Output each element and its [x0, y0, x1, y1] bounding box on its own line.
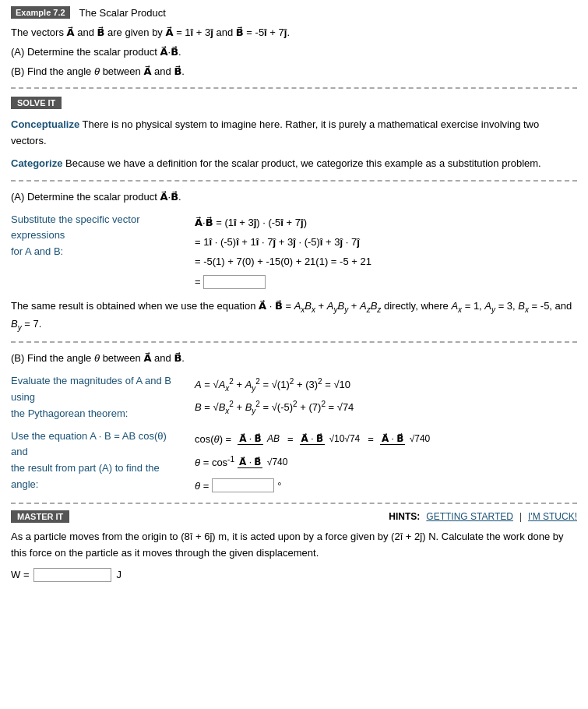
use-eq-label: Use the equation A · B = AB cos(θ) and: [11, 430, 167, 458]
eq1: A⃗·B⃗ = (1î + 3ĵ) · (-5î + 7ĵ): [195, 213, 577, 231]
conceptualize-block: Conceptualize There is no physical syste…: [11, 117, 577, 150]
conceptualize-text: There is no physical system to imagine h…: [11, 118, 539, 146]
w-answer-input[interactable]: [33, 568, 111, 582]
substitute-label2: for A and B:: [11, 245, 63, 257]
solve-header: SOLVE IT: [11, 97, 577, 117]
example-title: The Scalar Product: [79, 7, 166, 19]
eq3: = -5(1) + 7(0) + -15(0) + 21(1) = -5 + 2…: [195, 252, 577, 270]
example-badge: Example 7.2: [11, 6, 70, 19]
theta-eq: θ = cos-1 A⃗ · B⃗ √740: [195, 453, 577, 472]
im-stuck-link[interactable]: I'M STUCK!: [528, 511, 577, 522]
evaluate-label2: the Pythagorean theorem:: [11, 407, 128, 419]
problem-section: The vectors A⃗ and B⃗ are given by A⃗ = …: [11, 25, 577, 79]
w-row: W = J: [11, 568, 577, 582]
hints-area: HINTS: GETTING STARTED | I'M STUCK!: [389, 511, 577, 522]
categorize-block: Categorize Because we have a definition …: [11, 156, 577, 172]
master-header-row: MASTER IT HINTS: GETTING STARTED | I'M S…: [11, 503, 577, 523]
categorize-text: Because we have a definition for the sca…: [65, 157, 541, 169]
partB-answer-input[interactable]: [212, 478, 274, 492]
magB-eq: B = √Bx2 + By2 = √(-5)2 + (7)2 = √74: [195, 397, 577, 418]
use-eq-label-block: Use the equation A · B = AB cos(θ) and t…: [11, 429, 182, 497]
master-section: MASTER IT HINTS: GETTING STARTED | I'M S…: [11, 503, 577, 582]
problem-part-a: (A) Determine the scalar product A⃗·B⃗.: [11, 44, 577, 61]
theta-result-block: θ = °: [195, 477, 577, 495]
same-result-block: The same result is obtained when we use …: [11, 298, 577, 333]
master-problem-text: As a particle moves from the origin to (…: [11, 529, 577, 562]
partA-header: (A) Determine the scalar product A⃗·B⃗.: [11, 189, 577, 206]
w-unit: J: [116, 569, 121, 580]
problem-intro: The vectors A⃗ and B⃗ are given by A⃗ = …: [11, 25, 577, 41]
evaluate-label: Evaluate the magnitudes of A and B using: [11, 375, 171, 403]
evaluate-row: Evaluate the magnitudes of A and B using…: [11, 373, 577, 422]
master-badge: MASTER IT: [11, 510, 69, 523]
conceptualize-label: Conceptualize: [11, 118, 79, 130]
substitute-equations: A⃗·B⃗ = (1î + 3ĵ) · (-5î + 7ĵ) = 1î · (-…: [195, 212, 577, 293]
substitute-label: Substitute the specific vector expressio…: [11, 213, 139, 242]
magA-eq: A = √Ax2 + Ay2 = √(1)2 + (3)2 = √10: [195, 375, 577, 396]
use-eq-equations: cos(θ) = A⃗ · B⃗ AB = A⃗ · B⃗ √10√74 = A…: [195, 429, 577, 497]
evaluate-label-block: Evaluate the magnitudes of A and B using…: [11, 373, 182, 422]
eq2: = 1î · (-5)î + 1î · 7ĵ + 3ĵ · (-5)î + 3ĵ…: [195, 233, 577, 251]
eq4: =: [195, 273, 577, 291]
divider-2: [11, 180, 577, 182]
substitute-row: Substitute the specific vector expressio…: [11, 212, 577, 293]
solve-badge: SOLVE IT: [11, 97, 62, 109]
substitute-label-block: Substitute the specific vector expressio…: [11, 212, 182, 293]
problem-part-b: (B) Find the angle θ between A⃗ and B⃗.: [11, 64, 577, 80]
divider-3: [11, 341, 577, 343]
evaluate-equations: A = √Ax2 + Ay2 = √(1)2 + (3)2 = √10 B = …: [195, 373, 577, 422]
hints-label: HINTS:: [389, 511, 420, 522]
hint-separator: |: [519, 511, 522, 522]
getting-started-link[interactable]: GETTING STARTED: [426, 511, 513, 522]
use-eq-label2: the result from part (A) to find the ang…: [11, 462, 160, 490]
cos-eq: cos(θ) = A⃗ · B⃗ AB = A⃗ · B⃗ √10√74 = A…: [195, 430, 577, 448]
divider-1: [11, 87, 577, 89]
partB-header: (B) Find the angle θ between A⃗ and B⃗.: [11, 351, 577, 367]
partA-answer-input[interactable]: [203, 275, 266, 289]
categorize-label: Categorize: [11, 157, 62, 169]
use-eq-row: Use the equation A · B = AB cos(θ) and t…: [11, 429, 577, 497]
w-label: W =: [11, 569, 29, 580]
